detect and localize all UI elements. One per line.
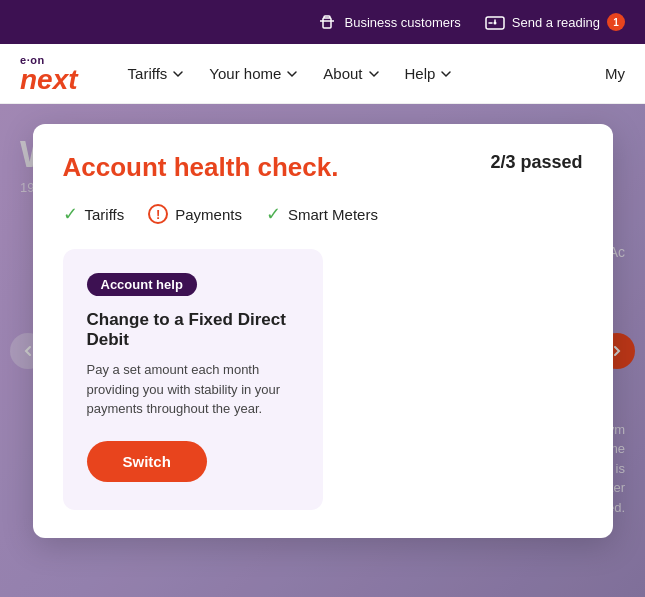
switch-button[interactable]: Switch: [87, 441, 207, 482]
check-payments-label: Payments: [175, 206, 242, 223]
modal-title: Account health check.: [63, 152, 339, 183]
top-bar: Business customers Send a reading 1: [0, 0, 645, 44]
nav-help-label: Help: [405, 65, 436, 82]
modal-header: Account health check. 2/3 passed: [63, 152, 583, 183]
nav-my[interactable]: My: [605, 65, 625, 82]
check-smart-meters-label: Smart Meters: [288, 206, 378, 223]
logo: e·on next: [20, 54, 78, 94]
nav-about-label: About: [323, 65, 362, 82]
nav-your-home[interactable]: Your home: [199, 57, 309, 90]
check-tariffs-label: Tariffs: [85, 206, 125, 223]
card-tag: Account help: [87, 273, 197, 296]
health-check-modal: Account health check. 2/3 passed ✓ Tarif…: [33, 124, 613, 538]
main-nav: e·on next Tariffs Your home About Help M…: [0, 44, 645, 104]
briefcase-icon: [317, 12, 337, 32]
chevron-down-icon: [171, 67, 185, 81]
svg-point-3: [493, 22, 496, 25]
card-title: Change to a Fixed Direct Debit: [87, 310, 299, 350]
nav-about[interactable]: About: [313, 57, 390, 90]
modal-overlay: Account health check. 2/3 passed ✓ Tarif…: [0, 104, 645, 597]
checkmark-icon: ✓: [266, 203, 281, 225]
warning-icon: !: [148, 204, 168, 224]
logo-next: next: [20, 66, 78, 94]
chevron-down-icon: [367, 67, 381, 81]
meter-icon: [485, 12, 505, 32]
chevron-down-icon: [439, 67, 453, 81]
nav-tariffs[interactable]: Tariffs: [118, 57, 196, 90]
nav-your-home-label: Your home: [209, 65, 281, 82]
check-tariffs: ✓ Tariffs: [63, 203, 125, 225]
business-customers-link[interactable]: Business customers: [317, 12, 460, 32]
card-description: Pay a set amount each month providing yo…: [87, 360, 299, 419]
modal-checks: ✓ Tariffs ! Payments ✓ Smart Meters: [63, 203, 583, 225]
send-reading-label: Send a reading: [512, 15, 600, 30]
svg-rect-0: [323, 18, 331, 28]
business-customers-label: Business customers: [344, 15, 460, 30]
nav-items: Tariffs Your home About Help: [118, 57, 605, 90]
send-reading-link[interactable]: Send a reading 1: [485, 12, 625, 32]
nav-tariffs-label: Tariffs: [128, 65, 168, 82]
notification-badge: 1: [607, 13, 625, 31]
chevron-down-icon: [285, 67, 299, 81]
check-smart-meters: ✓ Smart Meters: [266, 203, 378, 225]
check-payments: ! Payments: [148, 204, 242, 224]
recommendation-card: Account help Change to a Fixed Direct De…: [63, 249, 323, 510]
nav-help[interactable]: Help: [395, 57, 464, 90]
checkmark-icon: ✓: [63, 203, 78, 225]
modal-passed: 2/3 passed: [490, 152, 582, 173]
